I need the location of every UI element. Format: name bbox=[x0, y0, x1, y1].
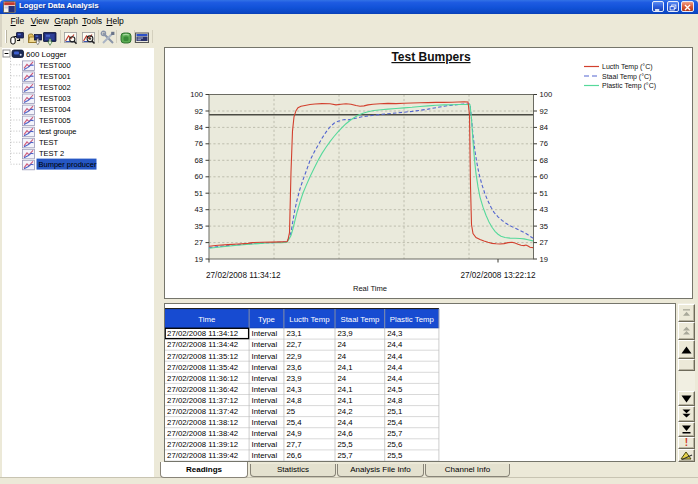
svg-text:35: 35 bbox=[195, 222, 203, 231]
svg-text:43: 43 bbox=[195, 205, 203, 214]
svg-text:27/02/2008 11:38:12: 27/02/2008 11:38:12 bbox=[167, 418, 238, 427]
svg-text:27/02/2008 11:36:42: 27/02/2008 11:36:42 bbox=[167, 385, 238, 394]
svg-text:100: 100 bbox=[190, 90, 203, 99]
svg-text:Interval: Interval bbox=[252, 396, 278, 405]
svg-text:Lucth Temp (°C): Lucth Temp (°C) bbox=[602, 63, 653, 71]
svg-text:27/02/2008 11:35:42: 27/02/2008 11:35:42 bbox=[167, 363, 238, 372]
svg-text:27/02/2008 11:38:42: 27/02/2008 11:38:42 bbox=[167, 429, 238, 438]
svg-text:25,4: 25,4 bbox=[286, 418, 302, 427]
svg-text:25: 25 bbox=[286, 407, 295, 416]
svg-text:76: 76 bbox=[540, 139, 548, 148]
svg-text:Plastic Temp: Plastic Temp bbox=[390, 315, 435, 324]
svg-text:24: 24 bbox=[338, 374, 347, 383]
svg-text:Bumper producer: Bumper producer bbox=[39, 160, 97, 169]
svg-text:27/02/2008 11:37:12: 27/02/2008 11:37:12 bbox=[167, 396, 238, 405]
svg-text:24,8: 24,8 bbox=[387, 396, 402, 405]
svg-text:25,4: 25,4 bbox=[387, 418, 403, 427]
svg-text:Test Bumpers: Test Bumpers bbox=[391, 50, 470, 64]
svg-text:24,4: 24,4 bbox=[387, 352, 403, 361]
svg-text:27/02/2008 11:34:12: 27/02/2008 11:34:12 bbox=[167, 329, 238, 338]
svg-text:68: 68 bbox=[195, 156, 203, 165]
svg-text:25,6: 25,6 bbox=[387, 440, 402, 449]
svg-text:27/02/2008 11:37:42: 27/02/2008 11:37:42 bbox=[167, 407, 238, 416]
svg-text:TEST 2: TEST 2 bbox=[39, 149, 64, 158]
svg-text:24,1: 24,1 bbox=[338, 363, 353, 372]
svg-text:Interval: Interval bbox=[252, 374, 278, 383]
svg-text:24: 24 bbox=[338, 352, 347, 361]
svg-text:Real Time: Real Time bbox=[353, 284, 387, 293]
svg-text:24,3: 24,3 bbox=[286, 385, 301, 394]
svg-text:Interval: Interval bbox=[252, 363, 278, 372]
svg-text:TEST005: TEST005 bbox=[39, 116, 71, 125]
svg-text:Interval: Interval bbox=[252, 352, 278, 361]
svg-text:26,6: 26,6 bbox=[286, 451, 301, 460]
svg-text:24,3: 24,3 bbox=[387, 329, 402, 338]
svg-text:60: 60 bbox=[540, 172, 548, 181]
svg-text:Type: Type bbox=[258, 315, 275, 324]
svg-text:27/02/2008 11:35:12: 27/02/2008 11:35:12 bbox=[167, 352, 238, 361]
svg-text:24,4: 24,4 bbox=[387, 340, 403, 349]
svg-text:24,6: 24,6 bbox=[338, 429, 353, 438]
svg-text:19: 19 bbox=[540, 255, 548, 264]
svg-text:84: 84 bbox=[540, 123, 548, 132]
svg-text:51: 51 bbox=[195, 189, 203, 198]
svg-text:27/02/2008 11:34:42: 27/02/2008 11:34:42 bbox=[167, 340, 238, 349]
svg-text:19: 19 bbox=[195, 255, 203, 264]
svg-text:test groupe: test groupe bbox=[39, 127, 77, 136]
svg-text:25,7: 25,7 bbox=[338, 451, 353, 460]
svg-text:TEST003: TEST003 bbox=[39, 94, 71, 103]
svg-text:TEST: TEST bbox=[39, 138, 59, 147]
svg-text:Interval: Interval bbox=[252, 407, 278, 416]
svg-text:27/02/2008 11:36:12: 27/02/2008 11:36:12 bbox=[167, 374, 238, 383]
svg-text:92: 92 bbox=[195, 107, 203, 116]
svg-text:68: 68 bbox=[540, 156, 548, 165]
svg-text:Interval: Interval bbox=[252, 429, 278, 438]
svg-text:76: 76 bbox=[195, 139, 203, 148]
svg-text:24,4: 24,4 bbox=[387, 374, 403, 383]
svg-text:24,2: 24,2 bbox=[338, 407, 353, 416]
svg-text:24: 24 bbox=[338, 340, 347, 349]
svg-text:27/02/2008 11:34:12: 27/02/2008 11:34:12 bbox=[206, 271, 281, 280]
svg-text:Interval: Interval bbox=[252, 385, 278, 394]
svg-text:27: 27 bbox=[540, 238, 548, 247]
svg-text:Interval: Interval bbox=[252, 440, 278, 449]
svg-text:25,7: 25,7 bbox=[387, 429, 402, 438]
svg-text:23,9: 23,9 bbox=[286, 374, 301, 383]
svg-text:TEST004: TEST004 bbox=[39, 105, 71, 114]
svg-text:Interval: Interval bbox=[252, 329, 278, 338]
svg-text:22,7: 22,7 bbox=[286, 340, 301, 349]
svg-text:92: 92 bbox=[540, 107, 548, 116]
svg-text:24,5: 24,5 bbox=[387, 385, 403, 394]
svg-text:23,6: 23,6 bbox=[286, 363, 301, 372]
svg-text:24,1: 24,1 bbox=[338, 385, 353, 394]
svg-text:23,9: 23,9 bbox=[338, 329, 353, 338]
svg-text:Interval: Interval bbox=[252, 418, 278, 427]
svg-text:Time: Time bbox=[198, 315, 215, 324]
svg-text:27: 27 bbox=[195, 238, 203, 247]
svg-text:Plastic Temp (°C): Plastic Temp (°C) bbox=[602, 82, 656, 90]
svg-text:Interval: Interval bbox=[252, 451, 278, 460]
svg-text:25,5: 25,5 bbox=[338, 440, 354, 449]
svg-text:Lucth Temp: Lucth Temp bbox=[289, 315, 330, 324]
svg-text:25,5: 25,5 bbox=[387, 451, 403, 460]
svg-text:Interval: Interval bbox=[252, 340, 278, 349]
svg-text:TEST001: TEST001 bbox=[39, 72, 71, 81]
svg-text:51: 51 bbox=[540, 189, 548, 198]
svg-text:27/02/2008 13:22:12: 27/02/2008 13:22:12 bbox=[460, 271, 536, 280]
svg-text:100: 100 bbox=[540, 90, 553, 99]
svg-text:24,4: 24,4 bbox=[387, 363, 403, 372]
svg-text:TEST002: TEST002 bbox=[39, 83, 71, 92]
svg-text:60: 60 bbox=[195, 172, 203, 181]
svg-text:35: 35 bbox=[540, 222, 548, 231]
svg-text:24,4: 24,4 bbox=[338, 418, 354, 427]
svg-text:TEST000: TEST000 bbox=[39, 61, 71, 70]
svg-text:600 Logger: 600 Logger bbox=[26, 50, 67, 59]
svg-text:Staal Temp: Staal Temp bbox=[340, 315, 380, 324]
svg-text:24,8: 24,8 bbox=[286, 396, 301, 405]
svg-text:24,9: 24,9 bbox=[286, 429, 301, 438]
svg-text:24,1: 24,1 bbox=[338, 396, 353, 405]
svg-text:Staal Temp (°C): Staal Temp (°C) bbox=[602, 73, 651, 81]
svg-text:43: 43 bbox=[540, 205, 548, 214]
svg-text:27,7: 27,7 bbox=[286, 440, 301, 449]
svg-text:25,1: 25,1 bbox=[387, 407, 402, 416]
